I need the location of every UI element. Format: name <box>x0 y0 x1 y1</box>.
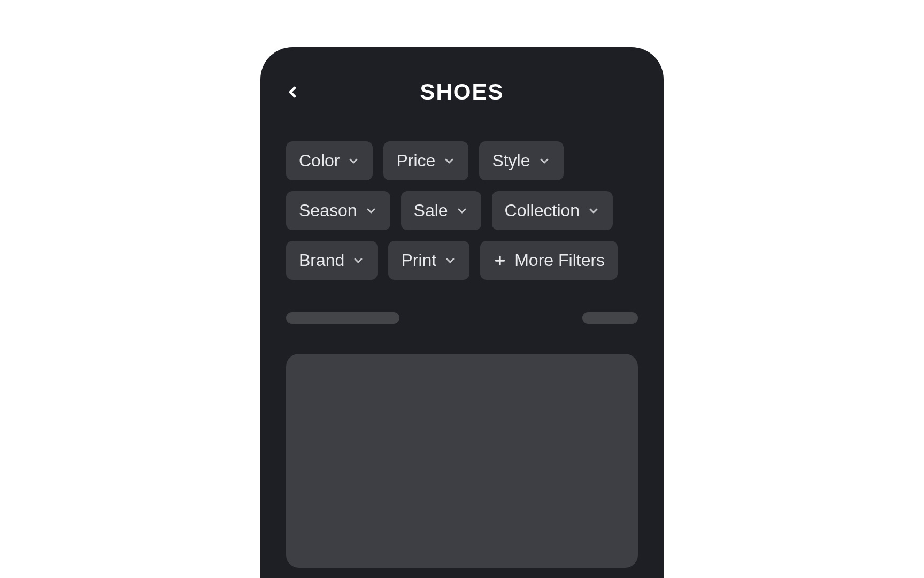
chevron-down-icon <box>587 204 600 217</box>
chevron-down-icon <box>443 155 456 168</box>
chevron-down-icon <box>538 155 551 168</box>
filter-print[interactable]: Print <box>388 241 469 280</box>
chevron-down-icon <box>456 204 468 217</box>
skeleton-placeholder <box>582 312 638 324</box>
filters-container: Color Price Style Season <box>286 141 638 280</box>
filter-label: Season <box>299 201 357 220</box>
more-filters-button[interactable]: More Filters <box>480 241 618 280</box>
more-filters-label: More Filters <box>514 250 605 270</box>
chevron-down-icon <box>444 254 457 267</box>
filter-style[interactable]: Style <box>479 141 563 180</box>
chevron-down-icon <box>347 155 360 168</box>
filter-label: Print <box>401 250 436 270</box>
filter-label: Sale <box>414 201 448 220</box>
chevron-left-icon <box>284 83 301 101</box>
filter-sale[interactable]: Sale <box>401 191 481 230</box>
filter-color[interactable]: Color <box>286 141 373 180</box>
plus-icon <box>493 254 507 268</box>
filter-price[interactable]: Price <box>383 141 468 180</box>
back-button[interactable] <box>276 76 309 108</box>
filter-label: Color <box>299 151 340 171</box>
filter-label: Collection <box>505 201 580 220</box>
filter-collection[interactable]: Collection <box>492 191 613 230</box>
header: SHOES <box>286 79 638 105</box>
product-card-skeleton <box>286 354 638 568</box>
filter-label: Brand <box>299 250 344 270</box>
filter-brand[interactable]: Brand <box>286 241 378 280</box>
chevron-down-icon <box>352 254 365 267</box>
app-screen: SHOES Color Price Style Season <box>260 47 664 578</box>
filter-label: Style <box>492 151 530 171</box>
filter-label: Price <box>396 151 435 171</box>
chevron-down-icon <box>365 204 378 217</box>
skeleton-info-row <box>286 312 638 324</box>
page-title: SHOES <box>286 79 638 105</box>
skeleton-placeholder <box>286 312 399 324</box>
filter-season[interactable]: Season <box>286 191 390 230</box>
